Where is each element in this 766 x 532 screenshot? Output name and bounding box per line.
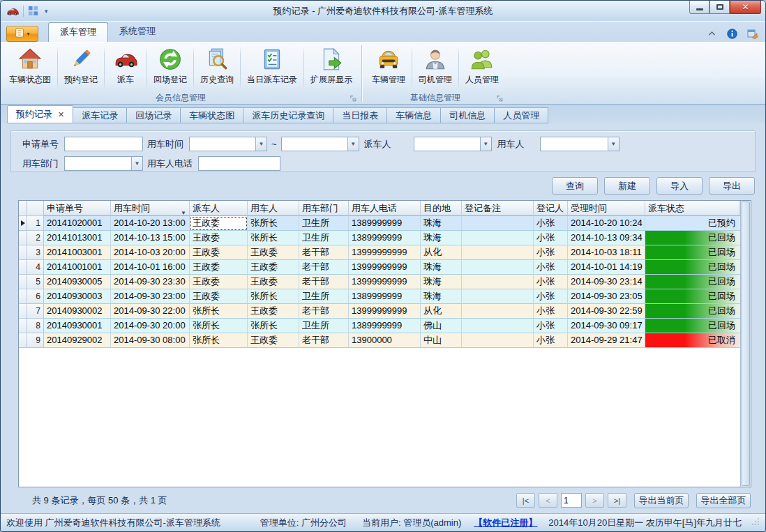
cell-dispatcher[interactable]: 王政委 [190, 245, 248, 260]
cell-order_no[interactable]: 20140929002 [44, 333, 111, 348]
cell-dept[interactable]: 老干部 [299, 260, 349, 275]
prev-page-button[interactable]: < [539, 493, 557, 508]
cell-phone[interactable]: 13900000 [349, 333, 421, 348]
close-tab-icon[interactable]: ✕ [58, 110, 64, 119]
cell-user[interactable]: 王政委 [248, 260, 299, 275]
cell-status[interactable]: 已回场 [645, 275, 739, 289]
cell-registrar[interactable]: 小张 [534, 245, 568, 260]
cell-dest[interactable]: 珠海 [421, 289, 462, 304]
cell-phone[interactable]: 1389999999 [349, 289, 421, 304]
column-header-use_time[interactable]: 用车时间▼ [111, 201, 190, 216]
cell-status[interactable]: 已回场 [645, 319, 739, 333]
cell-user[interactable]: 张所长 [248, 319, 299, 333]
ribbon-button-today-dispatch-records[interactable]: 当日派车记录 [241, 45, 303, 91]
table-row[interactable]: 7201409300022014-09-30 22:00张所长王政委老干部139… [19, 304, 740, 319]
column-header-remark[interactable]: 登记备注 [462, 201, 534, 216]
column-header-dispatcher[interactable]: 派车人 [190, 201, 248, 216]
cell-registrar[interactable]: 小张 [534, 231, 568, 245]
dialog-launcher-icon[interactable] [495, 94, 504, 102]
ribbon-button-return-register[interactable]: 回场登记 [148, 45, 193, 91]
cell-dispatcher[interactable]: 张所长 [190, 304, 248, 319]
cell-status[interactable]: 已回场 [645, 245, 739, 260]
user-select[interactable]: ▼ [540, 137, 619, 151]
cell-accept_time[interactable]: 2014-09-30 09:17 [568, 319, 645, 333]
cell-dispatcher[interactable]: 王政委 [190, 275, 248, 289]
cell-accept_time[interactable]: 2014-10-03 18:11 [568, 245, 645, 260]
help-button[interactable] [746, 28, 758, 39]
app-menu-button[interactable]: ▾ [6, 26, 38, 42]
cell-user[interactable]: 张所长 [248, 231, 299, 245]
first-page-button[interactable]: |< [516, 493, 535, 508]
chevron-down-icon[interactable]: ▼ [347, 137, 359, 151]
cell-accept_time[interactable]: 2014-10-01 14:19 [568, 260, 645, 275]
cell-dispatcher[interactable]: 张所长 [190, 333, 248, 348]
cell-use_time[interactable]: 2014-10-03 20:00 [111, 245, 190, 260]
doc-tab-daily-report[interactable]: 当日报表 [333, 107, 387, 123]
cell-dept[interactable]: 老干部 [299, 333, 349, 348]
doc-tab-driver-info[interactable]: 司机信息 [441, 107, 495, 123]
cell-dest[interactable]: 从化 [421, 304, 462, 319]
chevron-down-icon[interactable]: ▼ [131, 157, 142, 170]
collapse-ribbon-button[interactable] [706, 28, 718, 39]
table-row[interactable]: 4201410010012014-10-01 16:00王政委王政委老干部139… [19, 260, 740, 275]
cell-registrar[interactable]: 小张 [534, 333, 568, 348]
order-no-input[interactable] [64, 137, 143, 151]
chevron-down-icon[interactable]: ▼ [255, 137, 266, 151]
use-time-from-select[interactable]: ▼ [189, 137, 267, 151]
cell-accept_time[interactable]: 2014-10-20 10:24 [568, 216, 645, 231]
cell-use_time[interactable]: 2014-09-30 23:30 [111, 275, 190, 289]
cell-dept[interactable]: 卫生所 [299, 319, 349, 333]
cell-dest[interactable]: 佛山 [421, 319, 462, 333]
cell-remark[interactable] [462, 319, 534, 333]
column-header-order_no[interactable]: 申请单号 [44, 201, 111, 216]
info-button[interactable] [726, 28, 738, 39]
cell-registrar[interactable]: 小张 [534, 216, 568, 231]
column-header-user[interactable]: 用车人 [248, 201, 299, 216]
cell-remark[interactable] [462, 245, 534, 260]
ribbon-button-dispatch-vehicle[interactable]: 派车 [105, 45, 146, 91]
cell-use_time[interactable]: 2014-10-01 16:00 [111, 260, 190, 275]
cell-registrar[interactable]: 小张 [534, 319, 568, 333]
cell-registrar[interactable]: 小张 [534, 289, 568, 304]
new-button[interactable]: 新建 [604, 177, 650, 195]
cell-user[interactable]: 王政委 [248, 245, 299, 260]
cell-dept[interactable]: 卫生所 [299, 231, 349, 245]
cell-user[interactable]: 张所长 [248, 289, 299, 304]
cell-registrar[interactable]: 小张 [534, 275, 568, 289]
cell-remark[interactable] [462, 216, 534, 231]
cell-use_time[interactable]: 2014-09-30 22:00 [111, 304, 190, 319]
cell-remark[interactable] [462, 304, 534, 319]
table-row[interactable]: 3201410030012014-10-03 20:00王政委王政委老干部139… [19, 245, 740, 260]
cell-registrar[interactable]: 小张 [534, 304, 568, 319]
cell-dispatcher[interactable]: 王政委 [190, 260, 248, 275]
ribbon-button-vehicle-management[interactable]: 车辆管理 [366, 45, 411, 91]
import-button[interactable]: 导入 [656, 177, 703, 195]
doc-tab-vehicle-status-map[interactable]: 车辆状态图 [181, 107, 243, 123]
cell-use_time[interactable]: 2014-09-30 08:00 [111, 333, 190, 348]
cell-use_time[interactable]: 2014-09-30 20:00 [111, 319, 190, 333]
ribbon-button-history-query[interactable]: 历史查询 [195, 45, 239, 91]
cell-user[interactable]: 王政委 [248, 275, 299, 289]
cell-status[interactable]: 已回场 [645, 304, 739, 319]
table-row[interactable]: 6201409300032014-09-30 23:00王政委张所长卫生所138… [19, 289, 740, 304]
export-all-pages-button[interactable]: 导出全部页 [696, 493, 751, 508]
cell-dispatcher[interactable]: 王政委 [190, 216, 248, 231]
scrollbar-thumb[interactable] [742, 202, 750, 486]
cell-registrar[interactable]: 小张 [534, 260, 568, 275]
column-header-dest[interactable]: 目的地 [421, 201, 462, 216]
cell-dept[interactable]: 老干部 [299, 304, 349, 319]
cell-phone[interactable]: 13999999999 [349, 245, 421, 260]
dept-select[interactable]: ▼ [64, 156, 143, 171]
cell-user[interactable]: 王政委 [248, 333, 299, 348]
ribbon-button-driver-management[interactable]: 司机管理 [413, 45, 458, 91]
cell-dept[interactable]: 卫生所 [299, 289, 349, 304]
cell-accept_time[interactable]: 2014-09-30 22:59 [568, 304, 645, 319]
cell-phone[interactable]: 13999999999 [349, 260, 421, 275]
last-page-button[interactable]: >| [608, 493, 626, 508]
table-row[interactable]: 9201409290022014-09-30 08:00张所长王政委老干部139… [19, 333, 740, 348]
cell-remark[interactable] [462, 333, 534, 348]
cell-remark[interactable] [462, 275, 534, 289]
doc-tab-dispatch-records[interactable]: 派车记录 [73, 107, 127, 123]
cell-user[interactable]: 张所长 [248, 216, 299, 231]
minimize-button[interactable] [689, 1, 709, 14]
